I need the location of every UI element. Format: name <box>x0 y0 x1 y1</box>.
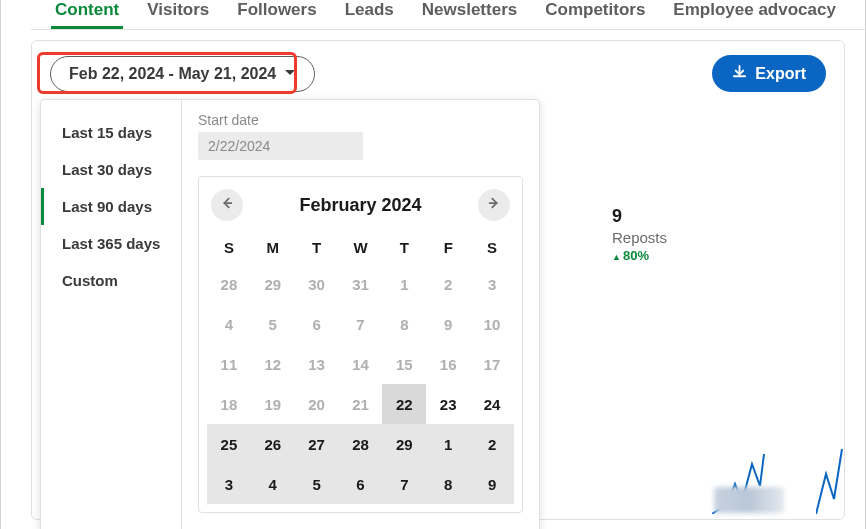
tab-content[interactable]: Content <box>55 0 119 28</box>
calendar-day[interactable]: 8 <box>426 464 470 504</box>
calendar-day[interactable]: 24 <box>470 384 514 424</box>
calendar-day[interactable]: 23 <box>426 384 470 424</box>
calendar-day[interactable]: 13 <box>295 344 339 384</box>
dow: F <box>426 231 470 264</box>
calendar-day[interactable]: 2 <box>426 264 470 304</box>
dow: S <box>470 231 514 264</box>
arrow-right-icon <box>487 196 501 214</box>
calendar-day[interactable]: 14 <box>339 344 383 384</box>
calendar-day[interactable]: 21 <box>339 384 383 424</box>
calendar-day[interactable]: 10 <box>470 304 514 344</box>
calendar-day[interactable]: 2 <box>470 424 514 464</box>
content-panel: Feb 22, 2024 - May 21, 2024 Export Last … <box>31 40 845 520</box>
calendar-day[interactable]: 3 <box>470 264 514 304</box>
calendar-day[interactable]: 8 <box>382 304 426 344</box>
calendar-day[interactable]: 3 <box>207 464 251 504</box>
export-label: Export <box>755 65 806 83</box>
calendar-day[interactable]: 20 <box>295 384 339 424</box>
calendar-day[interactable]: 22 <box>382 384 426 424</box>
calendar-next-button[interactable] <box>478 189 510 221</box>
calendar-day[interactable]: 6 <box>339 464 383 504</box>
calendar-day[interactable]: 4 <box>207 304 251 344</box>
tab-competitors[interactable]: Competitors <box>545 0 645 28</box>
calendar-card: February 2024 S M T W T F S 28 <box>198 176 523 513</box>
arrow-left-icon <box>220 196 234 214</box>
export-button[interactable]: Export <box>712 55 826 92</box>
calendar-day[interactable]: 6 <box>295 304 339 344</box>
tab-leads[interactable]: Leads <box>345 0 394 28</box>
start-date-label: Start date <box>198 112 523 128</box>
preset-last-90[interactable]: Last 90 days <box>41 188 181 225</box>
calendar-day[interactable]: 5 <box>251 304 295 344</box>
calendar-body: 2829303112345678910111213141516171819202… <box>207 264 514 504</box>
tab-visitors[interactable]: Visitors <box>147 0 209 28</box>
preset-list: Last 15 days Last 30 days Last 90 days L… <box>41 100 181 529</box>
chart-line-fragment <box>816 444 846 514</box>
dow: S <box>207 231 251 264</box>
date-range-label: Feb 22, 2024 - May 21, 2024 <box>69 65 276 83</box>
calendar-day[interactable]: 4 <box>251 464 295 504</box>
calendar-day[interactable]: 9 <box>426 304 470 344</box>
calendar-dow-row: S M T W T F S <box>207 231 514 264</box>
tab-newsletters[interactable]: Newsletters <box>422 0 517 28</box>
calendar-day[interactable]: 7 <box>382 464 426 504</box>
calendar-day[interactable]: 28 <box>339 424 383 464</box>
calendar-day[interactable]: 25 <box>207 424 251 464</box>
calendar-day[interactable]: 19 <box>251 384 295 424</box>
tab-employee-advocacy[interactable]: Employee advocacy <box>673 0 836 28</box>
date-range-button[interactable]: Feb 22, 2024 - May 21, 2024 <box>50 56 315 92</box>
preset-last-15[interactable]: Last 15 days <box>41 114 181 151</box>
calendar-day[interactable]: 31 <box>339 264 383 304</box>
calendar-column: Start date February 2024 <box>181 100 539 529</box>
metric-number: 9 <box>612 206 667 227</box>
calendar-day[interactable]: 27 <box>295 424 339 464</box>
tab-followers[interactable]: Followers <box>237 0 316 28</box>
calendar-day[interactable]: 11 <box>207 344 251 384</box>
calendar-day[interactable]: 5 <box>295 464 339 504</box>
calendar-day[interactable]: 1 <box>382 264 426 304</box>
start-date-input[interactable] <box>198 132 363 160</box>
calendar-day[interactable]: 18 <box>207 384 251 424</box>
dow: T <box>295 231 339 264</box>
preset-last-365[interactable]: Last 365 days <box>41 225 181 262</box>
avatar <box>714 487 784 513</box>
download-icon <box>732 64 747 83</box>
panel-toolbar: Feb 22, 2024 - May 21, 2024 Export <box>50 55 826 92</box>
calendar-day[interactable]: 12 <box>251 344 295 384</box>
metric-delta: 80% <box>612 248 667 263</box>
calendar-day[interactable]: 9 <box>470 464 514 504</box>
reposts-metric: 9 Reposts 80% <box>612 206 667 263</box>
dow: T <box>382 231 426 264</box>
chevron-down-icon <box>284 65 296 83</box>
dow: M <box>251 231 295 264</box>
preset-custom[interactable]: Custom <box>41 262 181 299</box>
calendar-month-title: February 2024 <box>299 195 421 216</box>
analytics-tabs: Content Visitors Followers Leads Newslet… <box>31 0 865 30</box>
calendar-prev-button[interactable] <box>211 189 243 221</box>
calendar-day[interactable]: 29 <box>382 424 426 464</box>
calendar-day[interactable]: 1 <box>426 424 470 464</box>
calendar-day[interactable]: 15 <box>382 344 426 384</box>
preset-last-30[interactable]: Last 30 days <box>41 151 181 188</box>
dow: W <box>339 231 383 264</box>
calendar-day[interactable]: 16 <box>426 344 470 384</box>
calendar-day[interactable]: 26 <box>251 424 295 464</box>
calendar-day[interactable]: 30 <box>295 264 339 304</box>
calendar-day[interactable]: 7 <box>339 304 383 344</box>
calendar-day[interactable]: 17 <box>470 344 514 384</box>
date-range-popover: Last 15 days Last 30 days Last 90 days L… <box>40 99 540 529</box>
calendar-day[interactable]: 29 <box>251 264 295 304</box>
calendar-day[interactable]: 28 <box>207 264 251 304</box>
metric-label: Reposts <box>612 229 667 246</box>
